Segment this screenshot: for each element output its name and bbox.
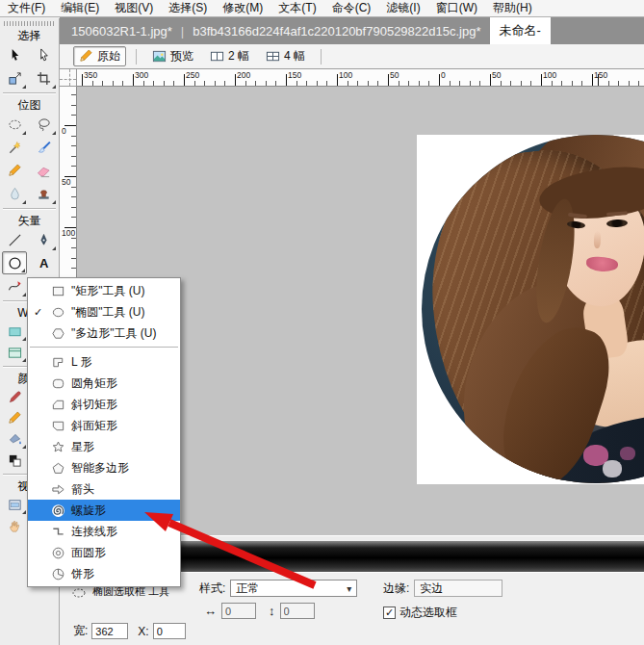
viewbar-preview-button[interactable]: 预览 xyxy=(146,46,199,66)
tool-eraser[interactable] xyxy=(32,159,57,182)
hotspot-icon xyxy=(8,324,22,339)
tool-scale[interactable] xyxy=(2,66,27,90)
menubar-item-2[interactable]: 视图(V) xyxy=(115,0,153,16)
tool-stroke-pencil[interactable] xyxy=(2,407,27,428)
tool-stamp[interactable] xyxy=(32,182,57,205)
style-value: 正常 xyxy=(236,580,259,597)
tool-pointer[interactable] xyxy=(2,43,27,66)
rectangle-icon xyxy=(51,284,65,298)
tool-blur[interactable] xyxy=(2,182,27,205)
style-select[interactable]: 正常 ▾ xyxy=(230,580,357,597)
tool-crop[interactable] xyxy=(32,66,57,90)
tool-screen-mode[interactable] xyxy=(2,494,27,515)
shape-menu-item-9[interactable]: 智能多边形 xyxy=(28,457,180,478)
shape-menu-item-label: 面圆形 xyxy=(71,545,106,561)
ruler-tick-label: 0 xyxy=(441,70,446,80)
document-canvas[interactable] xyxy=(417,135,644,484)
width-input[interactable] xyxy=(91,623,128,639)
shape-menu-item-10[interactable]: 箭头 xyxy=(28,478,180,500)
document-tab-0[interactable]: 1506032R1-1.jpg* xyxy=(71,24,172,39)
shape-menu-item-0[interactable]: "矩形"工具 (U) xyxy=(28,280,180,301)
ruler-corner xyxy=(60,69,77,87)
h-offset-icon: ↔ xyxy=(204,604,217,618)
tab-separator: | xyxy=(181,24,184,39)
pencil-icon xyxy=(8,164,22,178)
tool-eyedropper[interactable] xyxy=(2,386,27,407)
shape-menu-item-12[interactable]: 连接线形 xyxy=(28,521,180,542)
shape-menu-item-label: "多边形"工具 (U) xyxy=(71,325,157,342)
shape-menu-item-8[interactable]: 星形 xyxy=(28,436,180,457)
connector-line-icon xyxy=(51,525,65,539)
shape-menu-item-13[interactable]: 面圆形 xyxy=(28,542,180,563)
tool-slice[interactable] xyxy=(2,342,27,363)
shape-menu-item-2[interactable]: "多边形"工具 (U) xyxy=(28,322,180,344)
shape-menu-item-6[interactable]: 斜切矩形 xyxy=(28,394,180,415)
star-icon xyxy=(51,440,65,454)
tool-subselect[interactable] xyxy=(32,43,57,66)
shape-menu-item-label: 箭头 xyxy=(71,481,94,498)
tool-lasso[interactable] xyxy=(32,113,57,136)
pointer-icon xyxy=(8,48,22,63)
tool-pen[interactable] xyxy=(32,228,57,251)
tool-section-label-0: 选择 xyxy=(0,28,59,43)
photo-garment-pattern xyxy=(620,447,635,460)
tool-default-swatches[interactable] xyxy=(2,450,27,471)
ellipse-tool-icon xyxy=(8,256,22,271)
shape-menu-item-1[interactable]: ✓"椭圆"工具 (U) xyxy=(28,301,180,322)
menubar-item-3[interactable]: 选择(S) xyxy=(168,0,207,16)
shape-menu-item-14[interactable]: 饼形 xyxy=(28,563,180,584)
viewbar-original-button[interactable]: 原始 xyxy=(73,46,126,66)
section-divider xyxy=(3,92,56,94)
ruler-tick-label: 100 xyxy=(543,70,556,80)
shape-menu-item-7[interactable]: 斜面矩形 xyxy=(28,415,180,436)
menu-separator xyxy=(30,347,178,348)
subselect-icon xyxy=(37,48,51,63)
width-label: 宽: xyxy=(73,623,88,639)
menubar-item-7[interactable]: 滤镜(I) xyxy=(386,0,420,16)
live-marquee-checkbox[interactable] xyxy=(383,606,396,619)
shape-menu-item-4[interactable]: L 形 xyxy=(28,351,180,373)
x-input[interactable] xyxy=(153,623,186,639)
panel-gripper[interactable] xyxy=(4,21,55,26)
bevel-rect-icon xyxy=(51,419,65,433)
menubar-item-8[interactable]: 窗口(W) xyxy=(436,0,477,16)
document-tab-1[interactable]: b3fb43166d224f4af1c220120bf790529822d15c… xyxy=(193,24,480,39)
viewbar-two-up-button[interactable]: 2 幅 xyxy=(204,46,255,66)
edge-select[interactable]: 实边 xyxy=(414,580,502,597)
magic-wand-icon xyxy=(8,141,22,155)
application-window: 文件(F)编辑(E)视图(V)选择(S)修改(M)文本(T)命令(C)滤镜(I)… xyxy=(0,0,644,645)
tool-line[interactable] xyxy=(2,228,27,251)
h-offset-input[interactable] xyxy=(221,603,256,619)
tool-freeform[interactable] xyxy=(2,274,27,297)
blur-icon xyxy=(8,187,22,201)
v-offset-icon: ↕ xyxy=(269,604,275,618)
viewbar-four-up-button[interactable]: 4 幅 xyxy=(260,46,311,66)
tool-brush[interactable] xyxy=(32,136,57,159)
pencil-icon xyxy=(79,49,93,64)
menubar-item-4[interactable]: 修改(M) xyxy=(222,0,263,16)
document-tab-2[interactable]: 未命名- xyxy=(490,17,551,44)
tool-hand[interactable] xyxy=(2,515,27,536)
shape-menu-item-11[interactable]: 螺旋形 xyxy=(28,500,180,521)
menubar-item-9[interactable]: 帮助(H) xyxy=(493,0,532,16)
ruler-tick-label: 200 xyxy=(237,70,250,80)
menubar-item-6[interactable]: 命令(C) xyxy=(332,0,372,16)
menubar-item-5[interactable]: 文本(T) xyxy=(278,0,316,16)
ellipse-marquee-icon xyxy=(71,585,87,601)
tool-pencil[interactable] xyxy=(2,159,27,182)
paint-bucket-icon xyxy=(8,432,22,447)
menubar-item-1[interactable]: 编辑(E) xyxy=(61,0,99,16)
tool-hotspot[interactable] xyxy=(2,321,27,342)
ruler-tick-label: 150 xyxy=(288,70,301,80)
active-tool-info: 椭圆选取框 工具 xyxy=(71,585,171,601)
tool-text[interactable]: A xyxy=(32,251,57,274)
tool-oval-marquee[interactable] xyxy=(2,113,27,136)
tool-magic-wand[interactable] xyxy=(2,136,27,159)
tool-ellipse[interactable] xyxy=(2,251,27,274)
l-shape-icon xyxy=(51,355,65,370)
shape-menu-item-5[interactable]: 圆角矩形 xyxy=(28,373,180,394)
tool-paint-bucket[interactable] xyxy=(2,428,27,450)
pen-icon xyxy=(37,233,51,247)
menubar-item-0[interactable]: 文件(F) xyxy=(8,0,45,16)
v-offset-input[interactable] xyxy=(280,603,315,619)
